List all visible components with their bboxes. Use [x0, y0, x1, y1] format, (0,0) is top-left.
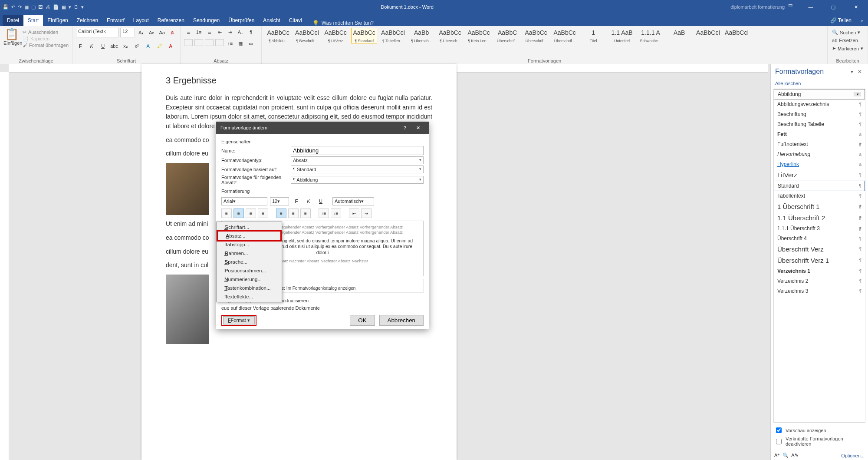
document-page[interactable]: 3 Ergebnisse Duis aute irure dolor in re…: [141, 64, 457, 65]
indent-icon[interactable]: ⇥: [226, 28, 234, 36]
sort-icon[interactable]: A↓: [236, 28, 245, 36]
bold-icon[interactable]: F: [76, 42, 85, 50]
style-gallery-item[interactable]: AaBbCcÜberschrif...: [552, 28, 578, 43]
tab-entwurf[interactable]: Entwurf: [102, 15, 129, 26]
title-bar: 💾 ↶ ↷ ▦ ▢ 🖼 🖨 📄 ▦ ▾ 🗋 ▾ Dokument 1.docx …: [0, 0, 868, 14]
show-marks-icon[interactable]: ¶: [247, 28, 255, 36]
numbering-icon[interactable]: 1≡: [194, 28, 203, 36]
tab-citavi[interactable]: Citavi: [285, 15, 306, 26]
qat-icon[interactable]: 📄: [53, 4, 59, 10]
paste-button[interactable]: 📋Einfügen: [3, 28, 20, 46]
text-effects-icon[interactable]: A: [144, 42, 152, 50]
tab-sendungen[interactable]: Sendungen: [189, 15, 224, 26]
align-left-icon[interactable]: [184, 39, 193, 46]
style-gallery-item[interactable]: AaBb¶ Übersch...: [408, 28, 434, 43]
style-gallery-item[interactable]: 1Titel: [580, 28, 606, 43]
qat-dropdown-icon[interactable]: ▾: [81, 4, 84, 10]
style-gallery-item[interactable]: AaBbCÜberschrif...: [494, 28, 520, 43]
line-spacing-icon[interactable]: ↕≡: [226, 39, 234, 48]
style-gallery-item[interactable]: AaB: [666, 28, 692, 39]
new-icon[interactable]: 🗋: [74, 4, 79, 10]
cursor-icon: ➤: [832, 46, 836, 51]
style-gallery-item[interactable]: AaBbCcDd¶ Beschrift...: [294, 28, 320, 43]
tell-me[interactable]: 💡Was möchten Sie tun?: [312, 20, 374, 26]
italic-icon[interactable]: K: [87, 42, 96, 50]
highlight-icon[interactable]: 🖍: [155, 42, 164, 50]
tab-layout[interactable]: Layout: [129, 15, 153, 26]
tab-ansicht[interactable]: Ansicht: [259, 15, 284, 26]
save-icon[interactable]: 💾: [3, 4, 9, 10]
font-size-combo[interactable]: 12: [120, 28, 135, 37]
superscript-icon[interactable]: x²: [132, 42, 141, 50]
style-gallery-item[interactable]: AaBbCc¶ LitVerz: [322, 28, 349, 43]
table-icon[interactable]: ▦: [62, 4, 66, 10]
style-gallery-item[interactable]: AaBbCc¶ Standard: [351, 28, 377, 43]
shading-icon[interactable]: ▦: [236, 39, 245, 48]
multilevel-icon[interactable]: ≣: [205, 28, 214, 36]
cut-button[interactable]: ✂Ausschneiden: [23, 30, 69, 35]
style-gallery-item[interactable]: 1.1 AaBUntertitel: [609, 28, 635, 43]
cut-label: Ausschneiden: [28, 30, 58, 35]
clear-format-icon[interactable]: A̷: [168, 28, 177, 37]
align-justify-icon[interactable]: [215, 39, 224, 46]
tab-referenzen[interactable]: Referenzen: [153, 15, 189, 26]
align-center-icon[interactable]: [194, 39, 203, 46]
style-gallery-item[interactable]: AaBbCc¶ Abbildu...: [265, 28, 291, 43]
format-painter-label: Format übertragen: [29, 43, 69, 48]
print-icon[interactable]: 🖨: [46, 4, 50, 10]
bulb-icon: 💡: [312, 20, 319, 26]
font-name-combo[interactable]: Calibri (Textk: [76, 28, 118, 37]
minimize-icon[interactable]: —: [801, 4, 820, 10]
group-label: Zwischenablage: [3, 57, 69, 63]
subscript-icon[interactable]: x₂: [121, 42, 130, 50]
tab-einfuegen[interactable]: Einfügen: [43, 15, 72, 26]
style-gallery-item[interactable]: AaBbCcÜberschrif...: [523, 28, 549, 43]
close-icon[interactable]: ✕: [846, 4, 865, 10]
borders-icon[interactable]: ▭: [247, 39, 255, 48]
style-gallery-item[interactable]: 1.1.1 ASchwache...: [638, 28, 664, 43]
qat-icon[interactable]: 🖼: [38, 4, 43, 10]
grow-font-icon[interactable]: A▴: [137, 28, 145, 37]
quick-access-toolbar: 💾 ↶ ↷ ▦ ▢ 🖼 🖨 📄 ▦ ▾ 🗋 ▾: [3, 4, 84, 10]
ribbon-tabs: Datei Start Einfügen Zeichnen Entwurf La…: [0, 14, 868, 26]
select-button[interactable]: ➤Markieren ▾: [832, 46, 863, 51]
copy-button[interactable]: 📑Kopieren: [23, 36, 69, 42]
group-label: Absatz: [184, 57, 258, 63]
align-right-icon[interactable]: [205, 39, 214, 46]
group-label: Bearbeiten: [831, 57, 864, 63]
bullets-icon[interactable]: ≣: [184, 28, 193, 36]
undo-icon[interactable]: ↶: [11, 4, 15, 10]
outdent-icon[interactable]: ⇤: [215, 28, 224, 36]
style-gallery-item[interactable]: AaBbCcD: [723, 28, 750, 39]
tab-zeichnen[interactable]: Zeichnen: [72, 15, 102, 26]
shrink-font-icon[interactable]: A▾: [147, 28, 156, 37]
group-font: Calibri (Textk 12 A▴ A▾ Aa A̷ F K U abc …: [72, 26, 181, 64]
find-button[interactable]: 🔍Suchen ▾: [832, 30, 860, 35]
underline-icon[interactable]: U: [99, 42, 107, 50]
copy-icon: 📑: [23, 36, 29, 42]
tab-ueberpruefen[interactable]: Überprüfen: [224, 15, 259, 26]
qat-icon[interactable]: ▾: [69, 4, 71, 10]
share-button[interactable]: 🔗 Teilen: [826, 15, 856, 26]
redo-icon[interactable]: ↷: [18, 4, 22, 10]
qat-icon[interactable]: ▦: [24, 4, 29, 10]
style-gallery-item[interactable]: AaBbCcDD¶ Tabellen...: [380, 28, 406, 43]
select-label: Markieren: [838, 46, 859, 51]
change-case-icon[interactable]: Aa: [158, 28, 166, 37]
style-gallery-item[interactable]: AaBbCc¶ Übersch...: [437, 28, 463, 43]
qat-icon[interactable]: ▢: [31, 4, 36, 10]
search-hint: diplomarbeit formatierung: [730, 4, 785, 10]
ribbon-options-icon[interactable]: ▭: [788, 2, 798, 12]
tab-start[interactable]: Start: [23, 15, 43, 26]
format-painter-button[interactable]: 🖌Format übertragen: [23, 43, 69, 48]
share-label: Teilen: [838, 17, 852, 23]
font-color-icon[interactable]: A: [166, 42, 175, 50]
tab-datei[interactable]: Datei: [3, 15, 23, 26]
style-gallery-item[interactable]: AaBbCcD: [695, 28, 721, 39]
style-gallery-item[interactable]: AaBbCc¶ Kein Lee...: [466, 28, 492, 43]
replace-button[interactable]: abErsetzen: [832, 38, 858, 43]
ribbon-collapse-icon[interactable]: ˅: [856, 20, 868, 26]
strike-icon[interactable]: abc: [110, 42, 118, 50]
group-clipboard: 📋Einfügen ✂Ausschneiden 📑Kopieren 🖌Forma…: [0, 26, 72, 64]
maximize-icon[interactable]: ▢: [824, 4, 843, 10]
